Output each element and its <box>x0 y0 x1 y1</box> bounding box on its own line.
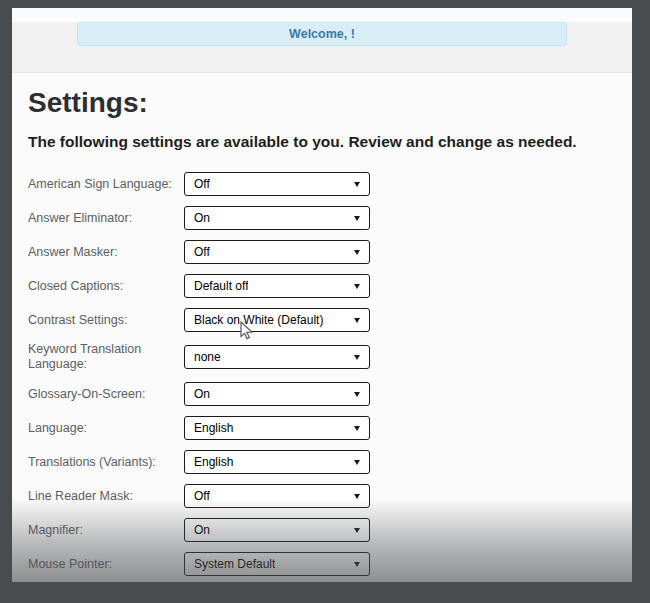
setting-row: Magnifier:On <box>28 518 616 542</box>
page-header: Welcome, ! <box>12 22 632 73</box>
setting-select[interactable]: Default off <box>184 274 370 298</box>
setting-label: Closed Captions: <box>28 279 184 294</box>
setting-select[interactable]: Black on White (Default) <box>184 308 370 332</box>
dropdown-arrow-icon <box>354 250 360 255</box>
setting-label: Answer Eliminator: <box>28 211 184 226</box>
setting-select-value: Off <box>194 245 210 259</box>
setting-select[interactable]: System Default <box>184 552 370 576</box>
setting-label: Contrast Settings: <box>28 313 184 328</box>
setting-select-value: On <box>194 211 210 225</box>
dropdown-arrow-icon <box>354 562 360 567</box>
setting-label: Language: <box>28 421 184 436</box>
setting-row: Language:English <box>28 416 616 440</box>
setting-label: Translations (Variants): <box>28 455 184 470</box>
setting-label: Glossary-On-Screen: <box>28 387 184 402</box>
setting-select[interactable]: On <box>184 518 370 542</box>
setting-row: Closed Captions:Default off <box>28 274 616 298</box>
dropdown-arrow-icon <box>354 355 360 360</box>
setting-row: Answer Eliminator:On <box>28 206 616 230</box>
settings-list: American Sign Language:OffAnswer Elimina… <box>28 172 616 582</box>
setting-select[interactable]: Off <box>184 484 370 508</box>
dropdown-arrow-icon <box>354 426 360 431</box>
setting-select[interactable]: Off <box>184 240 370 264</box>
setting-row: Keyword Translation Language:none <box>28 342 616 372</box>
page-subtitle: The following settings are available to … <box>28 133 616 151</box>
welcome-banner-text: Welcome, ! <box>289 27 355 41</box>
setting-row: Answer Masker:Off <box>28 240 616 264</box>
settings-page: Welcome, ! Settings: The following setti… <box>12 8 632 582</box>
setting-select-value: English <box>194 421 233 435</box>
setting-select-value: On <box>194 523 210 537</box>
setting-label: Mouse Pointer: <box>28 557 184 572</box>
dropdown-arrow-icon <box>354 494 360 499</box>
page-title: Settings: <box>28 89 616 117</box>
setting-select[interactable]: On <box>184 206 370 230</box>
setting-select[interactable]: Off <box>184 172 370 196</box>
setting-label: Answer Masker: <box>28 245 184 260</box>
setting-select[interactable]: English <box>184 416 370 440</box>
setting-label: Keyword Translation Language: <box>28 342 184 372</box>
setting-select-value: none <box>194 350 221 364</box>
video-frame: { "banner": { "text": "Welcome, !" }, "p… <box>0 0 650 603</box>
setting-label: American Sign Language: <box>28 177 184 192</box>
setting-select-value: Default off <box>194 279 248 293</box>
setting-select-value: English <box>194 455 233 469</box>
setting-row: Glossary-On-Screen:On <box>28 382 616 406</box>
setting-label: Line Reader Mask: <box>28 489 184 504</box>
setting-row: Line Reader Mask:Off <box>28 484 616 508</box>
setting-label: Magnifier: <box>28 523 184 538</box>
setting-row: Mouse Pointer:System Default <box>28 552 616 576</box>
setting-select[interactable]: On <box>184 382 370 406</box>
dropdown-arrow-icon <box>354 216 360 221</box>
dropdown-arrow-icon <box>354 460 360 465</box>
setting-select-value: On <box>194 387 210 401</box>
dropdown-arrow-icon <box>354 182 360 187</box>
setting-select[interactable]: English <box>184 450 370 474</box>
dropdown-arrow-icon <box>354 284 360 289</box>
setting-select-value: Off <box>194 489 210 503</box>
setting-row: Translations (Variants):English <box>28 450 616 474</box>
welcome-banner: Welcome, ! <box>77 22 567 46</box>
dropdown-arrow-icon <box>354 392 360 397</box>
setting-select-value: Black on White (Default) <box>194 313 323 327</box>
dropdown-arrow-icon <box>354 318 360 323</box>
dropdown-arrow-icon <box>354 528 360 533</box>
setting-select-value: Off <box>194 177 210 191</box>
setting-row: American Sign Language:Off <box>28 172 616 196</box>
setting-select-value: System Default <box>194 557 275 571</box>
settings-content: Settings: The following settings are ava… <box>12 89 632 582</box>
setting-row: Contrast Settings:Black on White (Defaul… <box>28 308 616 332</box>
setting-select[interactable]: none <box>184 345 370 369</box>
